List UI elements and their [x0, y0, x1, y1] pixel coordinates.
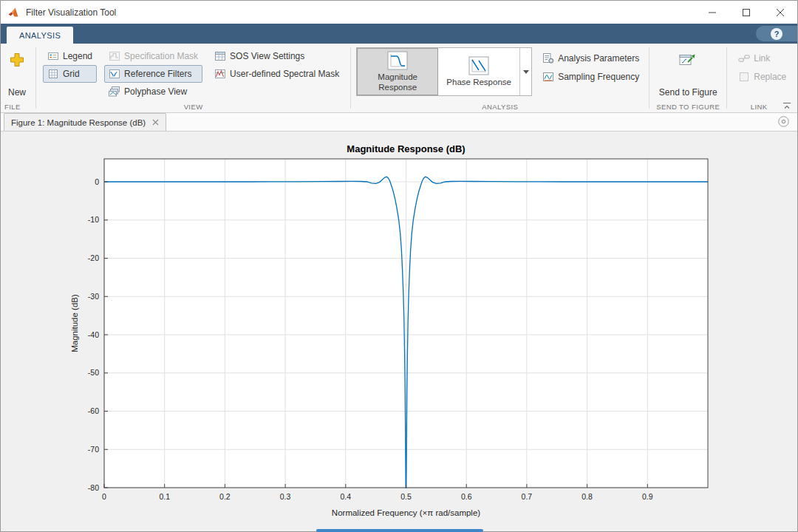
svg-text:0.4: 0.4	[340, 492, 351, 501]
svg-text:-60: -60	[88, 406, 99, 415]
svg-text:0.3: 0.3	[280, 492, 291, 501]
svg-text:0.2: 0.2	[219, 492, 231, 501]
svg-text:-50: -50	[88, 368, 99, 377]
legend-label: Legend	[63, 51, 92, 61]
new-icon	[9, 52, 25, 68]
sampling-frequency-button[interactable]: Sampling Frequency	[538, 68, 644, 86]
analysis-section-body: Magnitude Response Phase Response	[353, 47, 647, 101]
view-section-body: Legend Specification Mask SOS View Setti…	[38, 47, 348, 101]
figure-tab-title: Figure 1: Magnitude Response (dB)	[11, 118, 146, 127]
section-link: Link Replace LINK	[729, 44, 788, 112]
replace-label: Replace	[754, 72, 786, 82]
magnitude-response-chart[interactable]: 00.10.20.30.40.50.60.70.80.90-10-20-30-4…	[1, 132, 797, 532]
section-analysis: Magnitude Response Phase Response	[353, 44, 647, 112]
close-button[interactable]	[763, 1, 797, 24]
reference-filters-label: Reference Filters	[124, 69, 191, 79]
section-label-view: VIEW	[38, 101, 348, 112]
specification-mask-button: Specification Mask	[104, 47, 202, 65]
specification-mask-label: Specification Mask	[124, 51, 198, 61]
section-label-file: FILE	[1, 101, 33, 112]
figure-tab-close-icon[interactable]	[152, 119, 159, 126]
svg-text:0.1: 0.1	[159, 492, 170, 501]
svg-text:0.5: 0.5	[400, 492, 412, 501]
magnitude-response-label: Magnitude Response	[361, 72, 434, 92]
analysis-parameters-button[interactable]: Analysis Parameters	[538, 50, 644, 67]
analysis-parameters-label: Analysis Parameters	[558, 53, 639, 64]
new-label: New	[8, 87, 26, 98]
send-section-body: Send to Figure	[652, 47, 724, 101]
document-tabbar: Figure 1: Magnitude Response (dB)	[1, 113, 797, 132]
polyphase-view-button[interactable]: Polyphase View	[104, 83, 202, 100]
svg-text:-80: -80	[88, 483, 99, 492]
help-icon: ?	[771, 28, 782, 40]
svg-text:0.9: 0.9	[642, 492, 653, 501]
section-view: Legend Specification Mask SOS View Setti…	[38, 44, 348, 112]
grid-icon	[47, 68, 59, 80]
spectral-mask-button[interactable]: User-defined Spectral Mask	[210, 65, 344, 83]
send-to-figure-label: Send to Figure	[659, 87, 717, 98]
matlab-logo-icon	[8, 7, 20, 18]
send-to-figure-icon	[679, 52, 697, 68]
specification-mask-icon	[109, 50, 120, 62]
replace-button: Replace	[734, 68, 784, 86]
grid-label: Grid	[63, 69, 80, 79]
tab-actions-icon[interactable]	[778, 116, 789, 127]
figure-tab[interactable]: Figure 1: Magnitude Response (dB)	[4, 113, 166, 131]
sos-view-settings-button[interactable]: SOS View Settings	[210, 47, 344, 65]
analysis-options-column: Analysis Parameters Sampling Frequency	[538, 47, 644, 101]
section-label-send: SEND TO FIGURE	[652, 101, 724, 112]
magnitude-response-icon	[387, 51, 408, 70]
svg-text:0: 0	[95, 177, 99, 186]
sampling-frequency-icon	[542, 71, 554, 83]
section-label-analysis: ANALYSIS	[353, 101, 647, 112]
section-file: New FILE	[1, 44, 33, 112]
svg-text:-70: -70	[88, 445, 99, 454]
ribbon-tabstrip: ANALYSIS ?	[1, 24, 797, 44]
phase-response-button[interactable]: Phase Response	[438, 48, 519, 95]
legend-icon	[47, 50, 59, 62]
replace-checkbox-icon	[738, 71, 750, 83]
svg-text:-20: -20	[88, 253, 99, 262]
svg-text:0.6: 0.6	[461, 492, 472, 501]
maximize-button[interactable]	[729, 1, 763, 24]
section-separator	[350, 47, 351, 109]
window-title: Filter Visualization Tool	[26, 7, 116, 18]
magnitude-response-button[interactable]: Magnitude Response	[357, 48, 438, 95]
reference-filters-button[interactable]: Reference Filters	[104, 65, 202, 83]
analysis-gallery-dropdown[interactable]	[519, 48, 531, 95]
tab-analysis[interactable]: ANALYSIS	[7, 27, 73, 44]
sos-view-settings-icon	[214, 50, 226, 62]
svg-text:Magnitude Response (dB): Magnitude Response (dB)	[347, 143, 465, 154]
section-separator	[649, 47, 649, 109]
svg-text:0.7: 0.7	[522, 492, 533, 501]
ribbon: New FILE Legend Specification Ma	[1, 44, 797, 113]
spectral-mask-icon	[214, 68, 226, 80]
section-separator	[726, 47, 727, 109]
link-button: Link	[734, 50, 784, 67]
svg-text:0: 0	[102, 492, 106, 501]
chevron-down-icon	[523, 70, 529, 74]
new-button[interactable]: New	[4, 47, 30, 101]
polyphase-view-label: Polyphase View	[124, 86, 187, 97]
svg-text:Normalized Frequency (×π rad: Normalized Frequency (×π rad/sample)	[332, 508, 480, 517]
collapse-ribbon-icon[interactable]	[782, 101, 792, 110]
section-separator	[35, 47, 36, 109]
sos-view-settings-label: SOS View Settings	[230, 51, 304, 61]
link-section-body: Link Replace	[729, 47, 788, 101]
svg-text:0.8: 0.8	[582, 492, 593, 501]
section-send-to-figure: Send to Figure SEND TO FIGURE	[652, 44, 724, 112]
send-to-figure-button[interactable]: Send to Figure	[655, 47, 722, 101]
svg-text:-30: -30	[88, 292, 99, 301]
figure-canvas: 00.10.20.30.40.50.60.70.80.90-10-20-30-4…	[1, 132, 797, 531]
taskbar-peek	[316, 529, 483, 532]
section-label-link: LINK	[729, 101, 788, 112]
help-button[interactable]: ?	[756, 26, 797, 41]
svg-text:Magnitude (dB): Magnitude (dB)	[70, 294, 79, 352]
legend-button[interactable]: Legend	[43, 47, 97, 65]
grid-button[interactable]: Grid	[43, 65, 97, 83]
window-controls	[695, 1, 797, 24]
file-section-body: New	[1, 47, 33, 101]
link-icon	[738, 52, 750, 64]
minimize-button[interactable]	[695, 1, 729, 24]
analysis-parameters-icon	[542, 52, 554, 64]
